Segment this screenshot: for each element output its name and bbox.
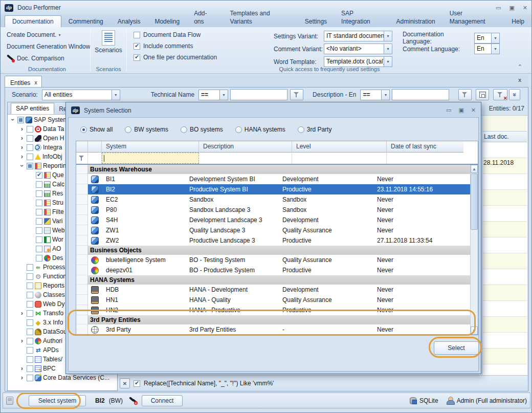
create-document-button[interactable]: Create Document.▾ xyxy=(7,31,60,38)
tree-item-checkbox[interactable] xyxy=(27,347,33,354)
select-button[interactable]: Select xyxy=(434,341,479,355)
radio-button-icon[interactable] xyxy=(235,126,242,133)
checkbox-document-data-flow[interactable]: Document Data Flow xyxy=(134,31,201,38)
last-doc-row[interactable] xyxy=(482,285,527,301)
tree-item-checkbox[interactable] xyxy=(17,117,24,123)
column-header-description[interactable]: Description xyxy=(199,141,292,153)
technical-name-filter-button[interactable] xyxy=(290,89,303,100)
tab-sap-entities[interactable]: SAP entities xyxy=(11,103,54,114)
row-content[interactable]: bluetelligence SystemBO - Testing System… xyxy=(88,255,471,265)
radio-button-icon[interactable] xyxy=(125,126,131,133)
ribbon-tab-add-ons[interactable]: Add-ons xyxy=(187,8,223,27)
tree-expander-icon[interactable]: › xyxy=(10,117,15,123)
dropdown-icon[interactable]: ▾ xyxy=(381,90,389,100)
tree-expander-icon[interactable]: › xyxy=(19,126,25,132)
tree-item-checkbox[interactable] xyxy=(36,190,42,197)
ribbon-tab-documentation[interactable]: Documentation xyxy=(5,15,61,27)
ribbon-tab-commenting[interactable]: Commenting xyxy=(61,16,110,27)
comment-variant-select[interactable]: <No variant>▾ xyxy=(324,44,392,54)
date-filter-input[interactable] xyxy=(387,153,463,164)
system-row-3rd-party[interactable]: 3rd Party3rd Party Entities-Never xyxy=(76,324,471,335)
technical-name-input[interactable] xyxy=(230,89,287,100)
description-filter-button[interactable] xyxy=(458,89,472,100)
expand-filters-button[interactable]: » xyxy=(509,89,520,100)
tree-item-checkbox[interactable] xyxy=(27,144,33,151)
system-row-p80[interactable]: P80Sandbox Landscape 3SandboxNever xyxy=(76,205,471,215)
radio-bw-systems[interactable]: BW systems xyxy=(125,126,168,133)
tree-item-checkbox[interactable] xyxy=(36,218,42,225)
tree-item-checkbox[interactable] xyxy=(36,236,42,243)
tree-expander-icon[interactable]: › xyxy=(19,163,25,169)
row-filter-icon[interactable] xyxy=(79,155,85,161)
radio-show-all[interactable]: Show all xyxy=(80,126,113,133)
word-template-select[interactable]: Template.dotx (Local)▾ xyxy=(324,56,392,67)
document-generation-window-button[interactable]: Document Generation Window xyxy=(7,43,90,50)
tree-item-checkbox[interactable] xyxy=(36,200,42,206)
tree-item-checkbox[interactable] xyxy=(27,154,33,160)
connect-button[interactable]: Connect xyxy=(142,395,183,406)
radio-hana-systems[interactable]: HANA systems xyxy=(235,126,285,133)
scroll-down-icon[interactable]: ▼ xyxy=(471,327,478,335)
description-operator-select[interactable]: ==▾ xyxy=(360,90,390,100)
last-doc-row[interactable] xyxy=(482,237,527,253)
system-row-bi2[interactable]: BI2Productive System BIProductive23.11.2… xyxy=(76,184,471,194)
radio-bo-systems[interactable]: BO systems xyxy=(181,126,223,133)
row-content[interactable]: HDBHANA - DevelopmentDevelopmentNever xyxy=(88,285,471,295)
tree-expander-icon[interactable]: › xyxy=(19,338,25,343)
system-filter-input[interactable] xyxy=(102,153,199,164)
dialog-close-icon[interactable]: ✕ xyxy=(471,107,476,114)
tree-item-checkbox[interactable] xyxy=(27,273,33,280)
tree-expander-icon[interactable]: › xyxy=(19,366,25,371)
tree-item-core-data-services-c[interactable]: ›Core Data Services (C... xyxy=(8,373,117,382)
radio-button-icon[interactable] xyxy=(298,126,304,133)
radio-button-icon[interactable] xyxy=(80,126,87,133)
system-row-hn2[interactable]: HN2HANA - ProductiveProductiveNever xyxy=(76,305,471,315)
column-header-date-of-last-sync[interactable]: Date of last sync xyxy=(387,141,463,153)
last-doc-row[interactable]: 28.11.2018 xyxy=(482,158,527,174)
tree-item-checkbox[interactable] xyxy=(27,301,33,308)
last-doc-row[interactable] xyxy=(482,349,527,364)
tree-expander-icon[interactable]: › xyxy=(19,136,25,141)
settings-variant-select[interactable]: IT standard documen...▾ xyxy=(324,31,392,41)
checkbox-one-file-per-documentation[interactable]: One file per documentation xyxy=(134,54,217,61)
tree-item-checkbox[interactable] xyxy=(27,338,33,344)
row-content[interactable]: HN2HANA - ProductiveProductiveNever xyxy=(88,305,471,315)
last-doc-row[interactable] xyxy=(482,206,527,222)
checkbox-include-comments[interactable]: Include comments xyxy=(134,42,193,50)
panel-close-icon[interactable]: x xyxy=(518,77,521,83)
last-doc-row[interactable] xyxy=(482,253,527,269)
tree-item-checkbox[interactable] xyxy=(27,264,33,271)
tree-item-checkbox[interactable] xyxy=(27,135,33,142)
row-content[interactable]: EC2SandboxSandboxNever xyxy=(88,194,471,205)
ribbon-tab-settings[interactable]: Settings xyxy=(298,16,334,27)
tree-expander-icon[interactable]: › xyxy=(19,145,25,150)
technical-name-operator-select[interactable]: ==▾ xyxy=(198,90,228,100)
tab-entities[interactable]: Entities x xyxy=(5,76,42,88)
system-row-hdb[interactable]: HDBHANA - DevelopmentDevelopmentNever xyxy=(76,285,471,295)
include-comments-checkbox[interactable] xyxy=(134,43,140,50)
system-row-ec2[interactable]: EC2SandboxSandboxNever xyxy=(76,194,471,205)
tree-item-checkbox[interactable] xyxy=(27,375,33,381)
group-row-3rd-party-entities[interactable]: 3rd Party Entities xyxy=(76,315,471,324)
table-scrollbar[interactable]: ▲ ▼ xyxy=(470,165,478,335)
ribbon-tab-templates-and-variants[interactable]: Templates and Variants xyxy=(223,8,298,27)
dropdown-icon[interactable]: ▾ xyxy=(384,57,392,67)
comment-language-select[interactable]: En▾ xyxy=(474,44,500,54)
row-content[interactable]: HN1HANA - QualityQuality AssuranceNever xyxy=(88,295,471,305)
group-row-hana-systems[interactable]: HANA Systems xyxy=(76,275,471,285)
tree-item-checkbox[interactable] xyxy=(27,356,33,363)
ribbon-tab-user-management[interactable]: User Management xyxy=(442,8,505,27)
dropdown-icon[interactable]: ▾ xyxy=(491,44,499,54)
row-content[interactable]: 3rd Party3rd Party Entities-Never xyxy=(88,324,471,335)
group-row-business-warehouse[interactable]: Business Warehouse xyxy=(76,165,471,174)
last-doc-row[interactable] xyxy=(482,190,527,206)
last-doc-row[interactable] xyxy=(482,333,527,349)
description-input[interactable] xyxy=(392,89,449,100)
scroll-up-icon[interactable]: ▲ xyxy=(471,165,478,173)
tree-expander-icon[interactable]: › xyxy=(19,311,25,316)
tree-item-checkbox[interactable] xyxy=(36,172,42,179)
collapse-ribbon-icon[interactable]: ⌃ xyxy=(518,63,522,70)
ribbon-tab-help[interactable]: Help xyxy=(504,16,531,27)
tab-close-icon[interactable]: x xyxy=(34,80,37,85)
tree-item-checkbox[interactable] xyxy=(27,282,33,289)
